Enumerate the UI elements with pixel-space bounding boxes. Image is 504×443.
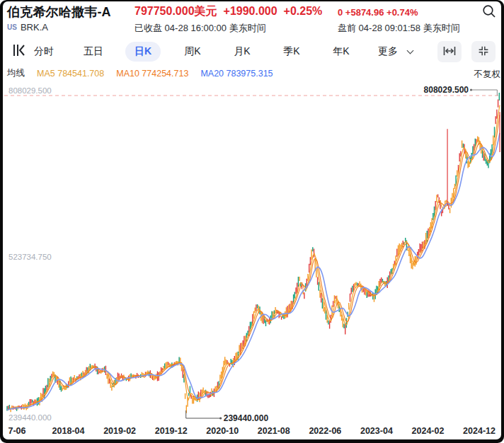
ma-value-ma10: MA10 774254.713 [116,69,188,79]
period-toolbar: 分时五日日K周K月K季K年K更多 [3,39,501,64]
tab-bar: 分时五日日K周K月K季K年K更多 [19,39,416,64]
search-button[interactable] [480,4,498,22]
x-axis-label: 2019-12 [155,426,188,436]
tab-year-k[interactable]: 年K [316,39,366,64]
low-marker-connector [186,410,221,418]
x-axis-label: 2018-04 [52,426,85,436]
x-axis-label: 7-06 [8,426,25,436]
ma-value-ma20: MA20 783975.315 [200,69,273,79]
market-badge: US [7,23,17,31]
symbol: BRK.A [21,22,48,33]
ma-bar-label: 均线 [7,67,25,79]
ma20-line [7,133,500,410]
high-marker-connector [472,90,497,96]
y-axis-label: 239440.000 [8,413,52,422]
x-axis-label: 2019-02 [103,426,136,436]
low-marker-dot [219,417,222,419]
tab-more[interactable]: 更多 [366,39,416,64]
ma-items: MA5 784541.708MA10 774254.713MA20 783975… [37,69,273,79]
candles-up [8,100,498,410]
high-marker-dot [470,88,472,91]
ma-indicator-bar: 均线 MA5 784541.708MA10 774254.713MA20 783… [7,67,273,79]
x-axis-label: 2023-04 [360,426,393,436]
tab-month-k[interactable]: 月K [217,39,267,64]
premarket-quote: 0 +5874.96 +0.74% [338,7,418,18]
tab-day-k[interactable]: 日K [118,39,168,64]
price-change-pct: +0.25% [284,5,323,17]
tab-time-sharing[interactable]: 分时 [19,39,69,64]
x-axis-label: 2024-02 [412,426,445,436]
symbol-group: USBRK.A [7,22,48,33]
candles-down [7,93,499,411]
chevron-down-icon [407,47,414,54]
x-axis-label: 2024-12 [463,426,496,436]
app-window: 808029.500523734.750239440.0007-062018-0… [0,0,504,443]
x-axis-label: 2020-10 [206,426,239,436]
quote-panel: 808029.500523734.750239440.0007-062018-0… [3,1,501,439]
last-price: 797750.000 [134,5,195,17]
x-axis-label: 2021-08 [258,426,290,436]
tab-five-day[interactable]: 五日 [69,39,118,64]
y-axis-label: 808029.500 [8,86,52,95]
price-change: +1990.000 [224,5,277,17]
session-status: 已收盘 04-28 16:00:00 美东时间 [134,22,266,35]
tab-quarter-k[interactable]: 季K [267,39,316,64]
header-row2: USBRK.A 已收盘 04-28 16:00:00 美东时间 盘前 04-28… [3,22,501,35]
ma5-line [7,105,500,410]
fit-width-icon [442,45,457,59]
collapse-icon [476,44,491,60]
stock-title: 伯克希尔哈撒韦-A [7,4,111,21]
currency-label: 美元 [195,5,217,17]
x-axis-label: 2022-06 [309,426,341,436]
collapse-chart-button[interactable] [471,41,496,62]
price-group: 797750.000美元+1990.000+0.25% [134,4,322,19]
y-axis-label: 523734.750 [8,253,52,261]
fit-width-button[interactable] [437,41,462,62]
ma10-line [7,115,500,410]
tab-week-k[interactable]: 周K [168,39,217,64]
low-price-marker: 239440.000 [224,413,269,423]
premarket-time: 盘前 04-28 09:01:58 美东时间 [338,22,460,35]
ma-value-ma5: MA5 784541.708 [37,69,104,79]
adjust-mode-selector[interactable]: 不复权 [474,69,501,81]
high-price-marker: 808029.500 [424,85,469,95]
search-icon [481,4,497,22]
candles-neutral [11,136,493,413]
